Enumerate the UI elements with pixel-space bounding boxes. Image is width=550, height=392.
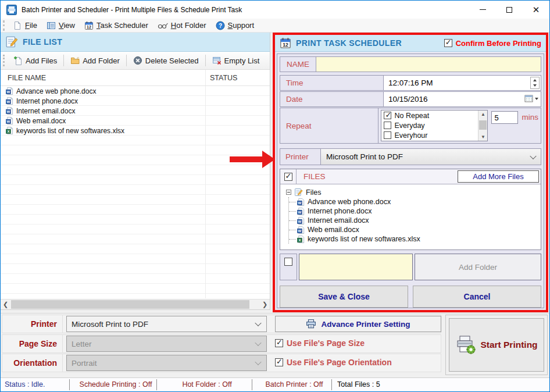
no-repeat-checkbox[interactable] bbox=[384, 112, 391, 119]
tree-item[interactable]: W Advance web phone.docx bbox=[289, 197, 541, 206]
spinner-down-icon[interactable] bbox=[531, 83, 539, 89]
menu-file[interactable]: File bbox=[9, 20, 43, 31]
scroll-up-icon[interactable]: ▲ bbox=[478, 111, 487, 118]
add-folder-button-scheduler[interactable]: Add Folder bbox=[415, 254, 541, 280]
repeat-options-list[interactable]: No Repeat Everyday Everyhour bbox=[381, 110, 488, 141]
date-picker-control[interactable] bbox=[524, 94, 538, 103]
add-folder-input[interactable] bbox=[299, 254, 413, 280]
repeat-option-everyday[interactable]: Everyday bbox=[384, 120, 487, 130]
menu-support[interactable]: ? Support bbox=[212, 20, 260, 31]
orientation-label: Orientation bbox=[2, 354, 63, 372]
tree-item-label: Advance web phone.docx bbox=[308, 198, 391, 206]
add-folder-checkbox-cell bbox=[280, 254, 297, 280]
annotation-arrow-head bbox=[262, 151, 275, 168]
word-file-icon: W bbox=[297, 198, 305, 206]
table-row[interactable]: W Internet phone.docx bbox=[1, 96, 270, 106]
time-row: Time 12:07:16 PM bbox=[280, 75, 541, 91]
everyday-label: Everyday bbox=[394, 122, 424, 130]
files-checkbox[interactable] bbox=[284, 173, 292, 181]
menu-task-scheduler[interactable]: 12 Task Scheduler bbox=[81, 20, 154, 31]
chevron-down-icon bbox=[255, 340, 261, 346]
schedule-printing-status: Schedule Printing : Off bbox=[75, 380, 156, 389]
files-tree: Files W Advance web phone.docx bbox=[280, 184, 541, 244]
menu-hot-folder[interactable]: Hot Folder bbox=[154, 20, 212, 31]
svg-text:W: W bbox=[7, 110, 10, 113]
toolbar-separator bbox=[205, 55, 206, 66]
menu-view[interactable]: View bbox=[43, 20, 81, 31]
scroll-right-icon[interactable]: ❯ bbox=[260, 300, 270, 309]
advance-printer-setting-button[interactable]: Advance Printer Setting bbox=[275, 316, 441, 332]
files-section-label: FILES bbox=[297, 172, 326, 181]
cancel-button[interactable]: Cancel bbox=[413, 286, 541, 308]
use-orientation-label: Use File's Page Orientation bbox=[287, 358, 392, 367]
repeat-option-everyhour[interactable]: Everyhour bbox=[384, 130, 487, 140]
tree-item[interactable]: X keywords list of new softwares.xlsx bbox=[289, 234, 541, 244]
menu-hot-folder-label: Hot Folder bbox=[171, 21, 206, 30]
add-folder-icon bbox=[70, 56, 80, 65]
tree-collapse-icon[interactable] bbox=[286, 190, 291, 195]
delete-selected-button[interactable]: Delete Selected bbox=[128, 54, 204, 67]
confirm-checkbox[interactable] bbox=[444, 39, 452, 47]
repeat-label: Repeat bbox=[280, 108, 378, 143]
table-row[interactable]: X keywords list of new softwares.xlsx bbox=[1, 126, 270, 136]
task-name-input[interactable] bbox=[316, 57, 541, 72]
repeat-minutes-input[interactable] bbox=[491, 111, 518, 124]
use-orientation-checkbox[interactable] bbox=[275, 358, 283, 366]
delete-icon bbox=[133, 56, 142, 65]
minimize-button[interactable] bbox=[469, 1, 496, 19]
horizontal-scrollbar[interactable]: ❮ ❯ bbox=[1, 299, 270, 309]
svg-text:W: W bbox=[7, 100, 10, 104]
use-file-page-orientation[interactable]: Use File's Page Orientation bbox=[275, 358, 392, 367]
spinner-up-icon[interactable] bbox=[531, 77, 539, 83]
scrollbar-thumb[interactable] bbox=[11, 300, 249, 309]
word-file-icon: W bbox=[6, 87, 13, 95]
table-row[interactable]: W Web email.docx bbox=[1, 116, 270, 126]
close-button[interactable]: ✕ bbox=[523, 1, 549, 19]
menu-file-label: File bbox=[25, 21, 37, 30]
tree-item[interactable]: W Internet phone.docx bbox=[289, 206, 541, 216]
confirm-before-printing[interactable]: Confirm Before Printing bbox=[444, 39, 541, 48]
maximize-icon bbox=[506, 7, 512, 13]
repeat-option-no-repeat[interactable]: No Repeat bbox=[384, 111, 487, 120]
scroll-left-icon[interactable]: ❮ bbox=[1, 300, 10, 309]
add-folder-checkbox[interactable] bbox=[284, 258, 292, 266]
printer-dropdown[interactable]: Microsoft Print to PDF bbox=[66, 316, 267, 332]
svg-text:W: W bbox=[298, 229, 302, 233]
everyhour-checkbox[interactable] bbox=[384, 131, 391, 139]
everyday-checkbox[interactable] bbox=[384, 122, 391, 129]
menu-support-label: Support bbox=[228, 21, 255, 30]
maximize-button[interactable] bbox=[496, 1, 523, 19]
empty-list-button[interactable]: Empty List bbox=[207, 54, 265, 67]
tree-root-files[interactable]: Files bbox=[286, 187, 541, 197]
total-files-status: Total Files : 5 bbox=[337, 380, 380, 389]
glasses-icon bbox=[158, 22, 168, 29]
date-field[interactable]: 10/15/2016 bbox=[384, 92, 541, 106]
chevron-down-icon bbox=[255, 320, 261, 326]
scheduler-printer-dropdown[interactable]: Microsoft Print to PDF bbox=[321, 149, 541, 165]
scrollbar-thumb[interactable] bbox=[479, 120, 487, 130]
empty-list-icon bbox=[212, 56, 222, 65]
use-page-size-checkbox[interactable] bbox=[275, 339, 283, 347]
column-status[interactable]: STATUS bbox=[210, 74, 237, 82]
use-file-page-size[interactable]: Use File's Page Size bbox=[275, 338, 365, 348]
repeat-list-scrollbar[interactable]: ▲ ▼ bbox=[478, 111, 487, 141]
menu-grip bbox=[3, 20, 5, 31]
file-name: Advance web phone.docx bbox=[16, 87, 96, 95]
add-more-files-button[interactable]: Add More Files bbox=[458, 170, 539, 183]
column-file-name[interactable]: FILE NAME bbox=[1, 74, 46, 82]
date-value: 10/15/2016 bbox=[388, 95, 428, 104]
scheduler-body: NAME Time 12:07:16 PM Date bbox=[277, 54, 544, 308]
tree-item[interactable]: W Internet email.docx bbox=[289, 216, 541, 225]
table-row[interactable]: W Internet email.docx bbox=[1, 106, 270, 116]
calendar-icon: 12 bbox=[84, 21, 94, 30]
repeat-option-partial[interactable] bbox=[384, 140, 487, 141]
status-divider bbox=[252, 379, 252, 390]
time-field[interactable]: 12:07:16 PM bbox=[384, 76, 541, 90]
tree-item[interactable]: W Web email.docx bbox=[289, 225, 541, 234]
save-close-button[interactable]: Save & Close bbox=[280, 286, 408, 308]
scroll-down-icon[interactable]: ▼ bbox=[478, 133, 487, 141]
add-folder-button[interactable]: Add Folder bbox=[65, 54, 125, 67]
add-files-button[interactable]: Add Files bbox=[8, 54, 62, 67]
start-printing-button[interactable]: Start Printing bbox=[449, 318, 544, 372]
table-row[interactable]: W Advance web phone.docx bbox=[1, 86, 270, 96]
